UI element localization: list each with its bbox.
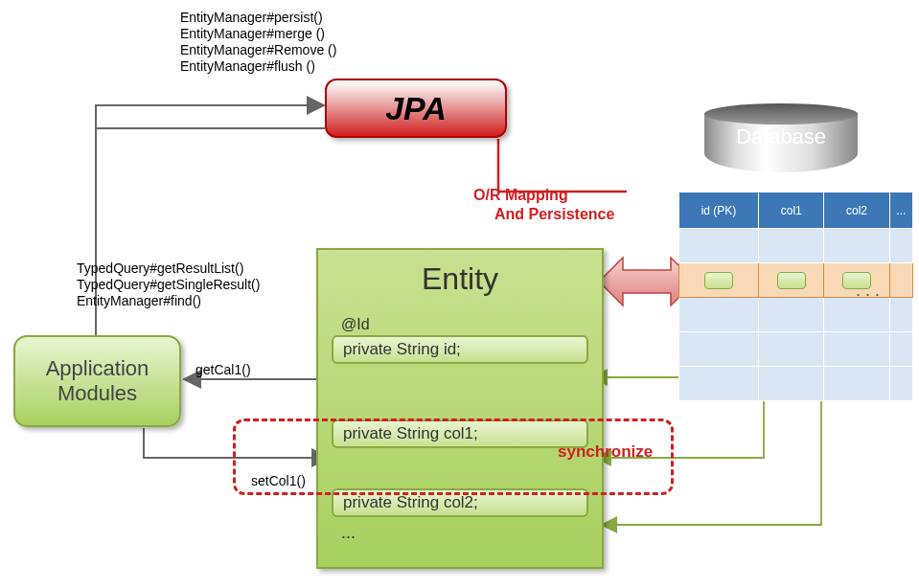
- tq-method: TypedQuery#getSingleResult(): [77, 277, 260, 293]
- entity-box: Entity @Id private String id; private St…: [316, 248, 604, 569]
- jpa-label: JPA: [385, 90, 447, 127]
- db-header: ...: [889, 192, 912, 229]
- app-label-2: Modules: [57, 381, 137, 406]
- application-modules-box: Application Modules: [13, 335, 181, 427]
- database-cylinder: Database: [704, 103, 858, 172]
- entity-ellipsis: ...: [341, 523, 602, 543]
- em-method: EntityManager#flush (): [180, 58, 336, 75]
- getcal-label: getCal1(): [195, 362, 251, 377]
- em-method: EntityManager#merge (): [180, 26, 336, 42]
- em-method: EntityManager#Remove (): [180, 42, 336, 58]
- em-methods-list: EntityManager#persist() EntityManager#me…: [180, 10, 336, 75]
- db-cell-icon: [704, 272, 733, 289]
- db-row: [679, 298, 913, 332]
- tq-method: EntityManager#find(): [77, 293, 260, 309]
- database-label: Database: [704, 124, 858, 149]
- db-header: id (PK): [679, 192, 759, 229]
- synchronize-dashed-box: [233, 418, 674, 495]
- entity-title: Entity: [318, 261, 602, 297]
- app-label-1: Application: [46, 356, 149, 381]
- em-method: EntityManager#persist(): [180, 10, 336, 26]
- db-cell-icon: [777, 272, 806, 289]
- jpa-box: JPA: [325, 79, 507, 138]
- tq-methods-list: TypedQuery#getResultList() TypedQuery#ge…: [77, 260, 260, 309]
- dots-label: . . .: [856, 281, 880, 301]
- db-header: col1: [759, 192, 824, 229]
- db-row: [679, 332, 913, 367]
- db-row: [679, 367, 913, 401]
- entity-field-id: private String id;: [332, 335, 588, 364]
- tq-method: TypedQuery#getResultList(): [77, 260, 260, 277]
- db-header: col2: [824, 192, 889, 229]
- line-jpa-down: [498, 139, 627, 192]
- or-mapping-label: O/R Mapping And Persistence: [473, 186, 614, 224]
- entity-annotation: @Id: [341, 316, 602, 333]
- db-row: [679, 229, 913, 263]
